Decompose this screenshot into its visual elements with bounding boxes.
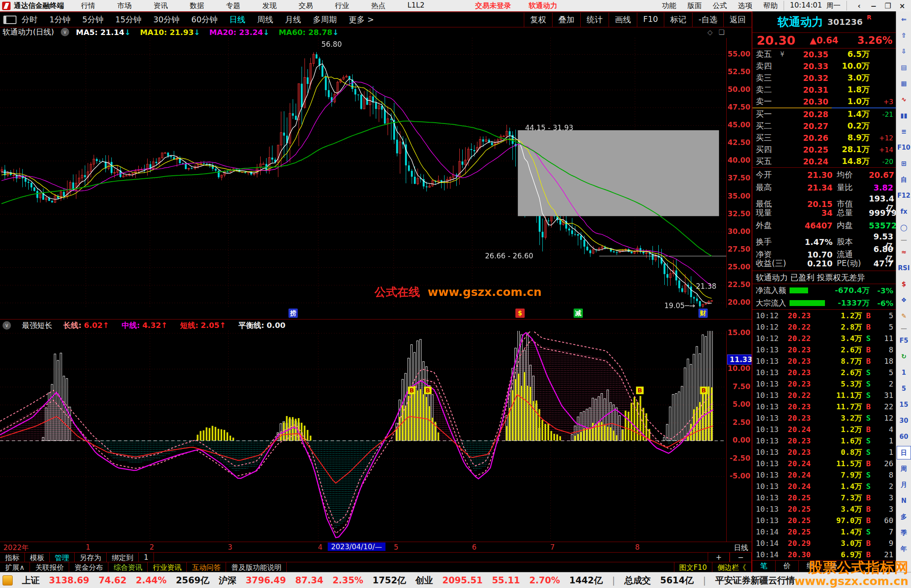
- wave-icon[interactable]: ≈: [897, 244, 911, 260]
- menu-item[interactable]: 热点: [371, 1, 385, 11]
- status-item[interactable]: |: [703, 575, 706, 585]
- restore-button[interactable]: ❐: [881, 2, 894, 10]
- period-multi[interactable]: 多: [897, 509, 911, 525]
- report-icon[interactable]: ▤: [897, 59, 911, 75]
- period-tab[interactable]: 60分钟: [191, 14, 218, 25]
- ask-row[interactable]: 卖五 ¥ 20.35 6.5万: [752, 48, 897, 60]
- status-item[interactable]: 创业: [415, 575, 433, 586]
- scroll-up-icon[interactable]: ⇧: [897, 27, 911, 43]
- status-item[interactable]: 1442亿: [569, 575, 603, 586]
- rsi-button[interactable]: RSI: [897, 260, 911, 276]
- period-n[interactable]: N: [897, 493, 911, 509]
- company-status-line[interactable]: 软通动力 已盈利 投票权无差异: [752, 271, 897, 284]
- function-tab[interactable]: 资金分布: [69, 562, 108, 573]
- period-tab[interactable]: 5分钟: [82, 14, 103, 25]
- status-item[interactable]: 5614亿: [660, 575, 693, 586]
- bid-row[interactable]: 买三 20.26 8.9万 +12: [752, 132, 897, 144]
- tick-row[interactable]: 10:13 20.23 1.6万 S 1: [752, 435, 897, 446]
- formula-icon[interactable]: fx: [897, 204, 911, 220]
- refresh-icon[interactable]: ↻: [897, 349, 911, 365]
- move-icon[interactable]: ❖: [897, 292, 911, 308]
- function-tab[interactable]: 行业资讯: [148, 562, 187, 573]
- list-icon[interactable]: ≡: [897, 124, 911, 140]
- toolbar-button[interactable]: 标记: [664, 13, 692, 27]
- menu-item[interactable]: 行情: [81, 1, 95, 11]
- period-tab[interactable]: 月线: [285, 14, 301, 25]
- tick-row[interactable]: 10:13 20.23 3.2万 S 12: [752, 412, 897, 424]
- status-item[interactable]: 2.44%: [136, 575, 167, 585]
- status-item[interactable]: 2095.51: [442, 575, 483, 585]
- ask-row[interactable]: 卖一 20.30 1.0万 +3: [752, 96, 897, 107]
- status-item[interactable]: 87.34: [295, 575, 323, 585]
- function-tab[interactable]: 关联报价: [30, 562, 69, 573]
- function-tab[interactable]: 互动问答: [187, 562, 226, 573]
- tick-row[interactable]: 10:13 20.25 7.3万 B 3: [752, 492, 897, 503]
- status-item[interactable]: 2.35%: [333, 575, 364, 585]
- add-panel-button[interactable]: +: [708, 553, 730, 562]
- panel-tab[interactable]: 模板: [25, 553, 50, 562]
- ring-icon[interactable]: ◯: [897, 220, 911, 236]
- tick-row[interactable]: 10:13 20.25 97.0万 B 60: [752, 515, 897, 526]
- period-tab[interactable]: 30分钟: [153, 14, 179, 25]
- toolbar-button[interactable]: 画线: [609, 13, 637, 27]
- quote-grid-icon[interactable]: ▦: [897, 75, 911, 91]
- status-item[interactable]: 55.11: [492, 575, 520, 585]
- bid-row[interactable]: 买四 20.25 28.1万 +14: [752, 144, 897, 156]
- window-back-button[interactable]: ‹: [853, 2, 865, 10]
- menu-item[interactable]: 数据: [190, 1, 204, 11]
- period-60min[interactable]: 60: [897, 429, 911, 445]
- toolbar-button[interactable]: 叠加: [552, 13, 580, 27]
- stock-name[interactable]: 软通动力: [778, 14, 823, 30]
- scroll-down-icon[interactable]: ⇩: [897, 43, 911, 59]
- menu-item[interactable]: 市场: [117, 1, 132, 11]
- bid-row[interactable]: 买二 20.27 0.2万: [752, 120, 897, 132]
- toolbar-button[interactable]: F10: [637, 13, 664, 27]
- period-30min[interactable]: 30: [897, 413, 911, 429]
- menu-item[interactable]: 功能: [662, 1, 677, 11]
- menu-item[interactable]: 行业: [335, 1, 349, 11]
- watchlist-button[interactable]: 自: [897, 172, 911, 188]
- divider[interactable]: —: [897, 324, 911, 333]
- panel-tab[interactable]: 指标: [0, 553, 25, 562]
- signal-marker[interactable]: 减: [574, 309, 583, 318]
- status-item[interactable]: 2569亿: [176, 575, 209, 586]
- signal-marker[interactable]: 捞: [288, 309, 298, 318]
- f5-button[interactable]: F5: [897, 333, 911, 349]
- signal-marker[interactable]: $: [515, 309, 525, 318]
- menu-item[interactable]: 版面: [687, 1, 702, 11]
- function-tab[interactable]: 图文F10: [674, 562, 712, 573]
- diamond-icon[interactable]: ◇: [707, 28, 712, 36]
- function-tab[interactable]: 侧边栏《: [712, 562, 752, 573]
- tick-row[interactable]: 10:12 20.23 1.2万 B 5: [752, 310, 897, 321]
- status-item[interactable]: 沪深: [218, 575, 236, 586]
- period-15min[interactable]: 15: [897, 397, 911, 413]
- active-stock-label[interactable]: 软通动力: [529, 1, 558, 11]
- indicator-chart[interactable]: [0, 331, 726, 542]
- collapse-icon[interactable]: ∨: [61, 28, 69, 36]
- toolbar-button[interactable]: 返回: [723, 13, 752, 27]
- menu-item[interactable]: 资讯: [154, 1, 168, 11]
- menu-item[interactable]: L1L2: [407, 1, 425, 11]
- status-item[interactable]: 1752亿: [372, 575, 406, 586]
- menu-item[interactable]: 公式: [713, 1, 727, 11]
- remove-panel-button[interactable]: −: [730, 553, 752, 562]
- period-week[interactable]: 周: [897, 461, 911, 477]
- draw-icon[interactable]: ✎: [897, 308, 911, 324]
- login-status[interactable]: 交易未登录: [475, 1, 511, 11]
- tick-row[interactable]: 10:13 20.23 5.3万 S 2: [752, 378, 897, 389]
- function-tab[interactable]: 普及版功能说明: [226, 562, 287, 573]
- divider[interactable]: —: [897, 236, 911, 244]
- status-item[interactable]: 上证: [22, 575, 40, 586]
- tick-row[interactable]: 10:13 20.23 2.6万 S 5: [752, 367, 897, 378]
- collapse-icon[interactable]: ∨: [3, 321, 11, 330]
- ask-row[interactable]: 卖二 20.31 1.8万: [752, 84, 897, 96]
- tick-row[interactable]: 10:13 20.24 11.5万 B 26: [752, 458, 897, 469]
- function-tab[interactable]: 综合资讯: [108, 562, 148, 573]
- period-tab[interactable]: 1分钟: [49, 14, 70, 25]
- toolbar-button[interactable]: -自选: [692, 13, 723, 27]
- tick-row[interactable]: 10:13 20.22 11.1万 S 31: [752, 389, 897, 401]
- period-tab[interactable]: 更多 >: [349, 14, 374, 25]
- tick-row[interactable]: 10:13 20.24 7.9万 S 8: [752, 469, 897, 481]
- status-item[interactable]: 3796.49: [245, 575, 286, 585]
- back-icon[interactable]: ⇐: [897, 11, 911, 27]
